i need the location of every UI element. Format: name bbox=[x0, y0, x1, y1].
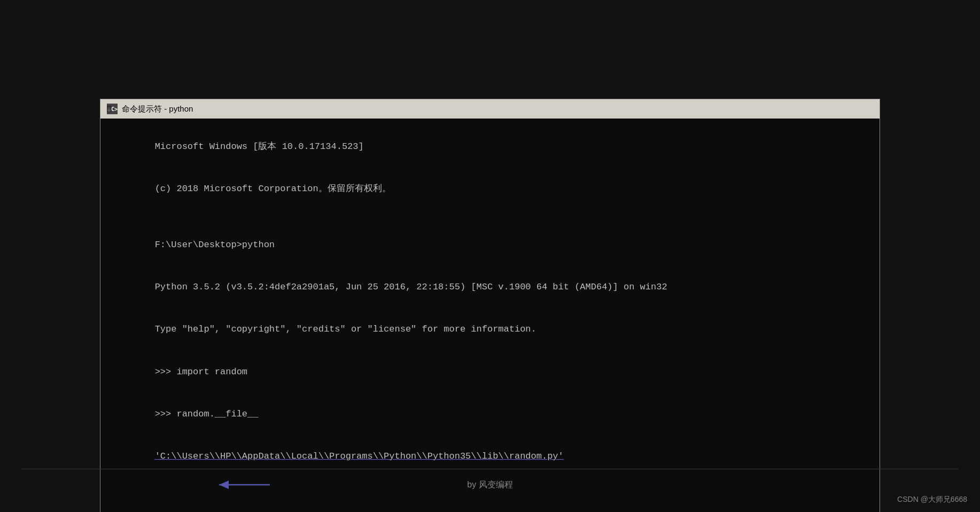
watermark-text: by 风变编程 bbox=[467, 479, 512, 491]
terminal-line-7: >>> import random bbox=[111, 351, 869, 393]
terminal-line-1: Microsoft Windows [版本 10.0.17134.523] bbox=[111, 126, 869, 168]
arrow-annotation bbox=[165, 463, 283, 507]
terminal-line-6: Type "help", "copyright", "credits" or "… bbox=[111, 309, 869, 351]
cmd-icon: C> bbox=[107, 104, 118, 114]
svg-marker-1 bbox=[219, 481, 229, 489]
file-path: 'C:\\Users\\HP\\AppData\\Local\\Programs… bbox=[155, 451, 564, 461]
divider-line bbox=[21, 469, 959, 469]
terminal-line-5: Python 3.5.2 (v3.5.2:4def2a2901a5, Jun 2… bbox=[111, 266, 869, 309]
terminal-title: 命令提示符 - python bbox=[122, 104, 193, 114]
arrow-icon bbox=[219, 477, 283, 492]
screenshot-container: C> 命令提示符 - python Microsoft Windows [版本 … bbox=[0, 0, 980, 512]
terminal-window: C> 命令提示符 - python Microsoft Windows [版本 … bbox=[100, 99, 880, 512]
terminal-body[interactable]: Microsoft Windows [版本 10.0.17134.523] (c… bbox=[100, 119, 880, 512]
terminal-titlebar: C> 命令提示符 - python bbox=[100, 99, 880, 119]
terminal-line-2: (c) 2018 Microsoft Corporation。保留所有权利。 bbox=[111, 168, 869, 210]
terminal-line-9: 'C:\\Users\\HP\\AppData\\Local\\Programs… bbox=[111, 435, 869, 512]
terminal-line-4: F:\User\Desktop>python bbox=[111, 224, 869, 266]
terminal-line-empty bbox=[111, 210, 869, 224]
csdn-watermark: CSDN @大师兄6668 bbox=[897, 495, 967, 505]
terminal-line-8: >>> random.__file__ bbox=[111, 393, 869, 435]
